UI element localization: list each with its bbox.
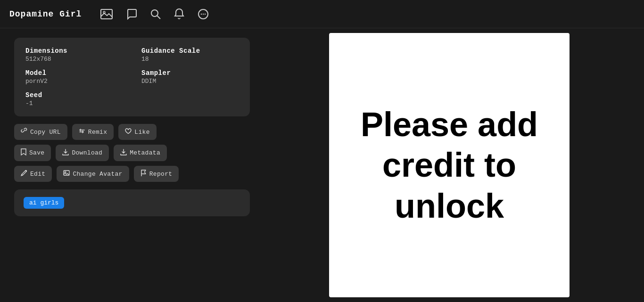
sidebar: Dimensions 512x768 Guidance Scale 18 Mod… bbox=[0, 28, 264, 302]
remix-label: Remix bbox=[88, 129, 107, 136]
header-nav-icons bbox=[100, 8, 209, 20]
save-label: Save bbox=[29, 149, 44, 156]
like-label: Like bbox=[134, 129, 149, 136]
header: Dopamine Girl bbox=[0, 0, 644, 28]
action-buttons: Copy URL Remix Lik bbox=[14, 124, 250, 182]
report-button[interactable]: Report bbox=[134, 166, 179, 182]
save-button[interactable]: Save bbox=[14, 145, 51, 161]
svg-line-3 bbox=[157, 16, 160, 19]
svg-point-5 bbox=[201, 13, 202, 14]
flag-icon bbox=[140, 170, 147, 178]
metadata-label: Metadata bbox=[130, 149, 160, 156]
more-nav-icon[interactable] bbox=[198, 8, 209, 20]
avatar-icon bbox=[63, 170, 70, 178]
link-icon bbox=[21, 128, 27, 136]
download-label: Download bbox=[72, 149, 102, 156]
model-group: Model pornV2 bbox=[25, 69, 123, 85]
dimensions-group: Dimensions 512x768 bbox=[25, 47, 123, 63]
placeholder-text: Please add credit to unlock bbox=[329, 95, 570, 236]
bookmark-icon bbox=[21, 148, 26, 157]
sampler-value: DDIM bbox=[141, 78, 239, 85]
guidance-label: Guidance Scale bbox=[141, 47, 239, 55]
button-row-1: Copy URL Remix Lik bbox=[14, 124, 250, 140]
notification-nav-icon[interactable] bbox=[174, 8, 184, 20]
download-button[interactable]: Download bbox=[56, 145, 109, 161]
metadata-card: Dimensions 512x768 Guidance Scale 18 Mod… bbox=[14, 38, 250, 116]
svg-point-7 bbox=[205, 13, 206, 14]
app-title: Dopamine Girl bbox=[9, 9, 82, 19]
guidance-group: Guidance Scale 18 bbox=[141, 47, 239, 63]
like-button[interactable]: Like bbox=[118, 124, 156, 140]
image-nav-icon[interactable] bbox=[100, 9, 113, 19]
dimensions-label: Dimensions bbox=[25, 47, 123, 55]
svg-point-2 bbox=[151, 10, 158, 16]
metadata-download-icon bbox=[120, 149, 127, 157]
dimensions-value: 512x768 bbox=[25, 56, 123, 63]
image-area: Please add credit to unlock bbox=[264, 28, 644, 302]
remix-button[interactable]: Remix bbox=[72, 124, 114, 140]
sampler-label: Sampler bbox=[141, 69, 239, 77]
remix-icon bbox=[79, 128, 85, 136]
button-row-2: Save Download Meta bbox=[14, 145, 250, 161]
button-row-3: Edit Change Avatar bbox=[14, 166, 250, 182]
model-label: Model bbox=[25, 69, 123, 77]
seed-value: -1 bbox=[25, 100, 123, 107]
seed-label: Seed bbox=[25, 91, 123, 99]
svg-rect-0 bbox=[101, 9, 112, 19]
tags-container: ai girls bbox=[14, 189, 250, 216]
svg-point-6 bbox=[203, 13, 204, 14]
edit-button[interactable]: Edit bbox=[14, 166, 52, 182]
report-label: Report bbox=[149, 171, 173, 178]
tag-ai-girls[interactable]: ai girls bbox=[24, 197, 64, 209]
change-avatar-label: Change Avatar bbox=[73, 171, 122, 178]
guidance-value: 18 bbox=[141, 56, 239, 63]
svg-point-9 bbox=[65, 171, 66, 173]
edit-icon bbox=[21, 170, 27, 178]
heart-icon bbox=[125, 128, 132, 136]
search-nav-icon[interactable] bbox=[150, 9, 161, 19]
image-placeholder: Please add credit to unlock bbox=[329, 33, 570, 297]
copy-url-label: Copy URL bbox=[30, 129, 61, 136]
metadata-button[interactable]: Metadata bbox=[114, 145, 167, 161]
download-icon bbox=[62, 149, 69, 157]
copy-url-button[interactable]: Copy URL bbox=[14, 124, 67, 140]
main-content: Dimensions 512x768 Guidance Scale 18 Mod… bbox=[0, 28, 644, 302]
chat-nav-icon[interactable] bbox=[126, 8, 137, 20]
edit-label: Edit bbox=[30, 171, 45, 178]
sampler-group: Sampler DDIM bbox=[141, 69, 239, 85]
seed-group: Seed -1 bbox=[25, 91, 123, 107]
change-avatar-button[interactable]: Change Avatar bbox=[57, 166, 129, 182]
model-value: pornV2 bbox=[25, 78, 123, 85]
